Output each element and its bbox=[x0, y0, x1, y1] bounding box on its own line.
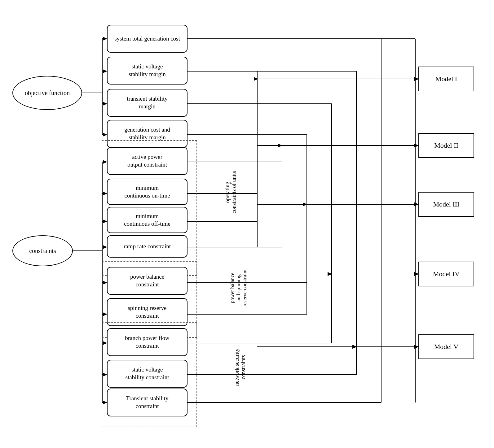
constraints-label: constraints bbox=[29, 247, 56, 254]
model-2-box: Model II bbox=[418, 133, 474, 158]
r9-label: power balanceconstraint bbox=[130, 273, 164, 288]
active-power-output-constraint-box: active poweroutput constraint bbox=[107, 147, 187, 175]
min-continuous-off-time-box: minimumcontinuous off-time bbox=[107, 207, 187, 233]
constraints-node: constraints bbox=[12, 235, 73, 266]
branch-power-flow-constraint-box: branch power flowconstraint bbox=[107, 328, 187, 356]
diagram: objective function constraints system to… bbox=[0, 0, 494, 448]
r10-label: spinning reserveconstraint bbox=[128, 304, 166, 320]
ramp-rate-constraint-box: ramp rate constraint bbox=[107, 235, 187, 258]
m2-label: Model II bbox=[434, 141, 458, 150]
model-5-box: Model V bbox=[418, 334, 474, 359]
r13-label: Transient stabilityconstraint bbox=[126, 395, 168, 410]
dg1-label: operatingconstraints of units bbox=[224, 161, 237, 223]
static-voltage-stability-margin-box: static voltagestability margin bbox=[107, 57, 187, 85]
objective-function-node: objective function bbox=[12, 76, 82, 110]
system-total-gen-cost-box: system total generation cost bbox=[107, 25, 187, 53]
m1-label: Model I bbox=[435, 75, 457, 83]
r2-label: static voltagestability margin bbox=[129, 63, 165, 78]
m3-label: Model III bbox=[433, 200, 460, 208]
r6-label: minimumcontinuous on-time bbox=[124, 184, 170, 199]
r1-label: system total generation cost bbox=[114, 35, 180, 43]
r5-label: active poweroutput constraint bbox=[127, 153, 167, 168]
r11-label: branch power flowconstraint bbox=[125, 334, 170, 350]
r8-label: ramp rate constraint bbox=[124, 243, 171, 250]
static-voltage-stability-constraint-box: static voltagestability constraint bbox=[107, 360, 187, 388]
r3-label: transient stabilitymargin bbox=[127, 95, 167, 110]
r4-label: generation cost andstability margin bbox=[124, 126, 170, 141]
model-4-box: Model IV bbox=[418, 262, 474, 286]
transient-stability-margin-box: transient stabilitymargin bbox=[107, 89, 187, 117]
dg3-label: network securityconstraints bbox=[234, 327, 247, 407]
transient-stability-constraint-box: Transient stabilityconstraint bbox=[107, 389, 187, 416]
dg2-label: power balanceand spinningreserve constra… bbox=[229, 249, 248, 327]
m4-label: Model IV bbox=[433, 270, 460, 278]
model-3-box: Model III bbox=[418, 192, 474, 217]
min-continuous-on-time-box: minimumcontinuous on-time bbox=[107, 179, 187, 205]
m5-label: Model V bbox=[434, 343, 458, 351]
r12-label: static voltagestability constraint bbox=[126, 366, 169, 381]
power-balance-constraint-box: power balanceconstraint bbox=[107, 267, 187, 295]
r7-label: minimumcontinuous off-time bbox=[124, 212, 170, 228]
model-1-box: Model I bbox=[418, 67, 474, 91]
objective-function-label: objective function bbox=[25, 89, 70, 97]
